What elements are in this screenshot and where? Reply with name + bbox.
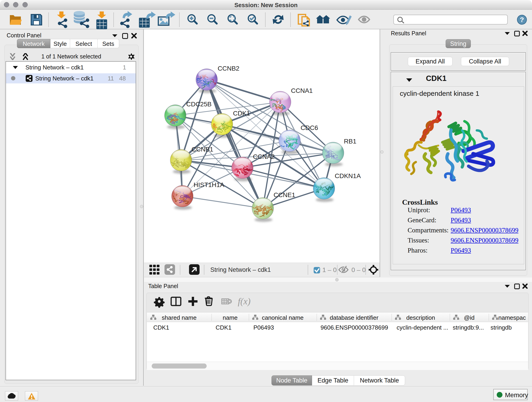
svg-text:CDKN1A: CDKN1A [335,172,361,179]
svg-text:CCNE1: CCNE1 [273,191,295,198]
svg-text:?: ? [520,16,524,23]
svg-text:CDC6: CDC6 [301,124,318,131]
svg-text:HIST1H1A: HIST1H1A [194,181,224,188]
svg-text:1 – 0: 1 – 0 [322,266,336,274]
svg-text:RB1: RB1 [344,138,356,145]
svg-text:CCNB1: CCNB1 [191,146,213,153]
svg-text:String Network – cdk1: String Network – cdk1 [210,266,271,273]
svg-text:CCNA1: CCNA1 [291,87,313,94]
svg-text:CDC25B: CDC25B [186,101,211,108]
svg-text:0 – 0: 0 – 0 [351,266,366,274]
svg-text:CDK1: CDK1 [233,110,250,117]
svg-text:CCNA2: CCNA2 [253,153,275,160]
svg-text:f(x): f(x) [238,296,251,306]
svg-text:CCNB2: CCNB2 [218,65,239,72]
